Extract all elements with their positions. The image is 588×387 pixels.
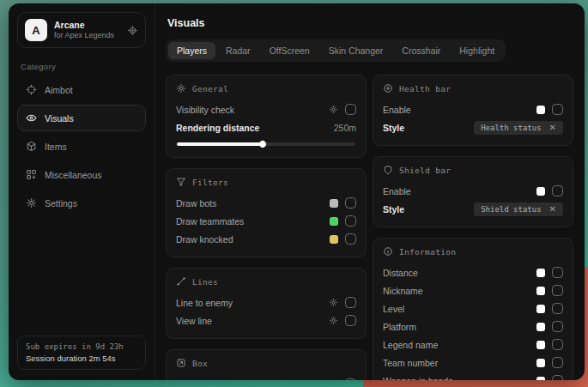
tab-highlight[interactable]: Highlight [451,42,503,59]
tab-crosshair[interactable]: Crosshair [393,42,449,59]
app-name: Arcane [54,20,120,31]
tab-radar[interactable]: Radar [217,42,259,59]
draw-teammates-row: Draw teammates [176,212,356,230]
visibility-check-checkbox[interactable] [345,104,356,115]
color-swatch[interactable] [536,269,545,277]
visibility-check-row: Visibility check [176,100,356,118]
info-platform-row: Platform [383,317,563,336]
panel-title: Filters [192,178,228,187]
color-swatch[interactable] [536,359,545,367]
health-enable-checkbox[interactable] [552,104,563,115]
shield-style-row: Style Shield status ✕ [383,200,563,218]
info-team-number-checkbox[interactable] [552,357,563,368]
option-label: Enable [383,186,411,197]
draw-knocked-row: Draw knocked [176,230,356,248]
option-label: Draw teammates [176,216,244,227]
info-distance-checkbox[interactable] [552,267,563,278]
box-enable-checkbox[interactable] [345,378,356,380]
info-nickname-checkbox[interactable] [552,285,563,296]
shield-enable-checkbox[interactable] [552,185,563,197]
color-swatch[interactable] [536,377,545,381]
option-label: Enable [176,379,204,381]
left-column: General Visibility check [166,75,367,380]
keybind-gear-icon[interactable] [329,316,338,325]
app-logo: A [25,19,47,41]
funnel-icon [176,177,186,187]
panel-title: General [192,84,228,94]
sidebar-item-items[interactable]: Items [17,133,146,160]
info-legend-name-row: Legend name [383,336,563,354]
info-level-checkbox[interactable] [552,303,563,314]
option-label: Line to enemy [176,298,233,308]
panel-title: Box [192,359,208,368]
color-swatch[interactable] [536,323,545,331]
color-swatch[interactable] [536,287,545,295]
info-platform-checkbox[interactable] [552,321,563,332]
draw-bots-row: Draw bots [176,194,356,212]
option-label: Level [383,304,404,314]
color-swatch[interactable] [536,341,545,349]
color-swatch[interactable] [536,106,545,114]
sidebar-item-miscellaneous[interactable]: Miscellaneous [17,161,146,188]
health-style-row: Style Health status ✕ [383,118,563,136]
health-style-select[interactable]: Health status ✕ [474,121,563,135]
sidebar-item-label: Aimbot [45,85,73,95]
slider-thumb[interactable] [258,139,267,148]
box-corner-icon [176,358,186,368]
target-settings-icon[interactable] [127,25,138,36]
sidebar-item-label: Visuals [45,113,74,124]
line-to-enemy-checkbox[interactable] [345,297,356,308]
color-swatch[interactable] [330,235,338,244]
tab-players[interactable]: Players [168,42,215,59]
desktop-background: A Arcane for Apex Legends Category [0,0,588,387]
color-swatch[interactable] [536,305,545,313]
color-swatch[interactable] [330,217,338,226]
sidebar-spacer [17,218,146,336]
color-swatch[interactable] [330,199,338,208]
panel-title: Lines [192,277,218,287]
option-label: Draw knocked [176,234,233,245]
color-swatch[interactable] [330,380,338,381]
brand-card: A Arcane for Apex Legends [17,12,146,48]
subscription-card: Sub expires in 9d 23h Session duration 2… [17,336,146,370]
info-weapon-checkbox[interactable] [552,375,563,380]
tab-skin-changer[interactable]: Skin Changer [320,42,392,59]
crosshair-icon [26,84,37,95]
sun-gear-icon [176,83,186,94]
panel-health-bar: Health bar Enable Style H [373,75,573,146]
sidebar-item-label: Miscellaneous [45,170,102,180]
info-weapon-row: Weapon in hands [383,372,563,380]
view-line-checkbox[interactable] [345,315,356,326]
sidebar-item-label: Items [45,142,67,152]
keybind-gear-icon[interactable] [329,298,338,307]
info-legend-name-checkbox[interactable] [552,339,563,350]
shield-icon [383,165,393,175]
draw-bots-checkbox[interactable] [345,197,356,209]
draw-teammates-checkbox[interactable] [345,215,356,227]
rendering-distance-slider[interactable] [177,142,355,146]
draw-knocked-checkbox[interactable] [345,233,356,245]
sidebar: A Arcane for Apex Legends Category [9,3,155,380]
keybind-gear-icon[interactable] [329,105,338,114]
rendering-distance-row: Rendering distance 250m [176,118,356,136]
panel-general: General Visibility check [166,75,367,158]
shield-style-select[interactable]: Shield status ✕ [474,203,563,216]
panel-lines: Lines Line to enemy [166,268,367,339]
sub-expiry-text: Sub expires in 9d 23h [26,342,137,351]
option-label: Team number [383,358,438,368]
color-swatch[interactable] [536,187,545,196]
info-level-row: Level [383,299,563,317]
sidebar-item-aimbot[interactable]: Aimbot [17,76,146,103]
info-team-number-row: Team number [383,354,563,372]
close-icon[interactable]: ✕ [549,124,556,132]
tab-offscreen[interactable]: OffScreen [261,42,318,59]
eye-icon [26,112,37,124]
option-label: Draw bots [176,198,216,209]
box-enable-row: Enable [176,375,356,380]
close-icon[interactable]: ✕ [549,205,556,214]
app-tagline: for Apex Legends [54,31,120,40]
main-content: Visuals Players Radar OffScreen Skin Cha… [155,3,585,380]
sidebar-item-settings[interactable]: Settings [17,190,146,216]
page-title: Visuals [167,17,573,29]
sidebar-item-visuals[interactable]: Visuals [17,105,146,131]
